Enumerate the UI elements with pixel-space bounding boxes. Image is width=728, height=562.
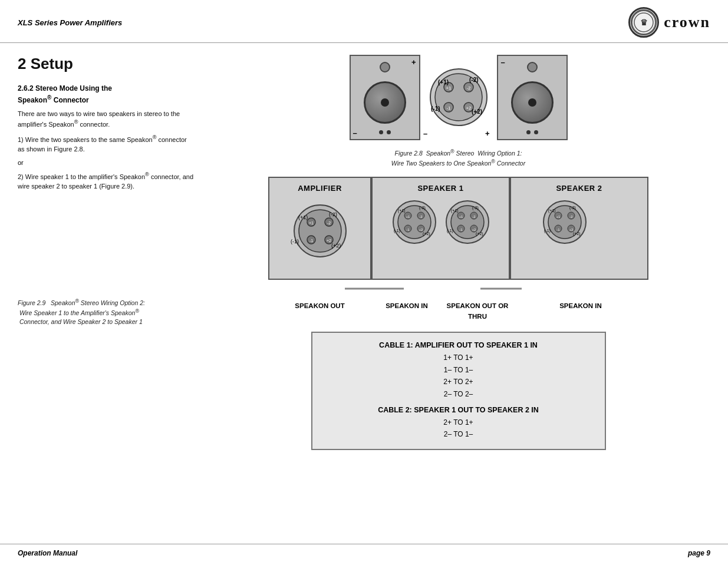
svg-text:–: – — [423, 129, 427, 138]
figure-2-9-caption: Figure 2.9 Speakon® Stereo Wiring Option… — [18, 297, 195, 326]
speakon-top-svg: +1 -2 -1 +2 (+1) (-2) — [420, 55, 497, 140]
speakon-in1-label: SPEAKON IN — [371, 300, 442, 321]
svg-text:+1: +1 — [309, 221, 314, 225]
svg-text:(+2): (+2) — [476, 232, 483, 236]
figure-2-8-diagram: + – +1 — [206, 55, 710, 167]
series-name-rest: Power Amplifiers — [58, 18, 122, 27]
svg-text:-2: -2 — [419, 215, 423, 219]
page-footer: Operation Manual page 9 — [0, 544, 728, 562]
speaker2-connectors: +1 -2 -1 +2 (+1) (-2) (-1) (+2) — [541, 199, 618, 246]
or-text: or — [18, 159, 195, 166]
speaker1-box: SPEAKER 1 +1 -2 -1 — [371, 177, 510, 280]
cable1-lines: 1+ TO 1+ 1– TO 1– 2+ TO 2+ 2– TO 2– — [330, 352, 587, 400]
speaker1-speakon-out-svg: +1 -2 -1 +2 (+1) (-2) (-1) (+2) — [444, 199, 491, 246]
cable2-lines: 2+ TO 1+ 2– TO 1– — [330, 416, 587, 441]
right-column: + – +1 — [206, 55, 710, 538]
speaker2-speakon-in-svg: +1 -2 -1 +2 (+1) (-2) (-1) (+2) — [541, 199, 588, 246]
speaker2-label: SPEAKER 2 — [556, 184, 602, 193]
speakon-out-label: SPEAKON OUT — [268, 300, 371, 321]
svg-text:(+2): (+2) — [472, 108, 482, 115]
speaker2-box: SPEAKER 2 +1 -2 -1 — [510, 177, 648, 280]
svg-text:(+2): (+2) — [423, 232, 430, 236]
svg-text:-1: -1 — [406, 228, 410, 232]
footer-left: Operation Manual — [18, 549, 77, 557]
svg-text:(-1): (-1) — [544, 229, 551, 233]
brand-name: crown — [664, 14, 710, 31]
amp-speakon-svg: +1 -2 -1 +2 (+1) (-2) (-1) (+2) — [282, 199, 358, 263]
speaker1-speakon-in-svg: +1 -2 -1 +2 (+1) (-2) (-1) (+2) — [391, 199, 438, 246]
svg-text:(+1): (+1) — [398, 209, 406, 213]
svg-text:+: + — [485, 129, 490, 138]
svg-text:+1: +1 — [556, 215, 561, 219]
figure-2-8-caption: Figure 2.8 Speakon® Stereo Wiring Option… — [391, 147, 525, 167]
svg-text:-2: -2 — [569, 215, 573, 219]
under-boxes-labels-row: SPEAKON OUT SPEAKON IN SPEAKON OUT OR TH… — [268, 300, 648, 321]
footer-right: page 9 — [688, 549, 710, 557]
svg-text:(-1): (-1) — [447, 229, 453, 233]
svg-text:-2: -2 — [472, 215, 476, 219]
speaker-right-top: – — [497, 55, 568, 140]
svg-text:(-2): (-2) — [419, 206, 426, 210]
body-text-2: 1) Wire the two speakers to the same Spe… — [18, 134, 195, 154]
svg-text:(+1): (+1) — [451, 209, 459, 213]
left-column: 2 Setup 2.6.2 Stereo Mode Using theSpeak… — [18, 55, 195, 538]
svg-text:+2: +2 — [327, 239, 331, 243]
svg-text:(+1): (+1) — [298, 214, 308, 220]
logo-area: ♛ crown — [628, 7, 710, 38]
crown-logo-icon: ♛ — [628, 7, 659, 38]
svg-text:♛: ♛ — [640, 18, 648, 27]
cable2-header: CABLE 2: SPEAKER 1 OUT TO SPEAKER 2 IN — [330, 406, 587, 414]
svg-text:(-1): (-1) — [291, 239, 299, 244]
series-name-italic: XLS Series — [18, 18, 58, 27]
subsection-title: 2.6.2 Stereo Mode Using theSpeakon® Conn… — [18, 84, 195, 105]
speakon-connector-top: +1 -2 -1 +2 (+1) (-2) — [420, 55, 497, 140]
svg-text:(+1): (+1) — [548, 209, 556, 213]
page-body: 2 Setup 2.6.2 Stereo Mode Using theSpeak… — [0, 43, 728, 550]
speakon-out-or-thru-label: SPEAKON OUT OR THRU — [442, 300, 513, 321]
svg-text:-1: -1 — [556, 228, 560, 232]
header-title: XLS Series Power Amplifiers — [18, 18, 122, 27]
svg-text:-1: -1 — [309, 239, 312, 243]
speaker1-label: SPEAKER 1 — [417, 184, 463, 193]
svg-text:-2: -2 — [466, 85, 471, 91]
boxes-row: AMPLIFIER +1 -2 -1 +2 (+1) ( — [268, 177, 648, 280]
page-header: XLS Series Power Amplifiers ♛ crown — [0, 0, 728, 43]
svg-text:+1: +1 — [459, 215, 463, 219]
svg-text:(-2): (-2) — [469, 77, 479, 83]
amplifier-box: AMPLIFIER +1 -2 -1 +2 (+1) ( — [268, 177, 371, 280]
cable-info-box: CABLE 1: AMPLIFIER OUT TO SPEAKER 1 IN 1… — [311, 332, 606, 449]
svg-point-1 — [634, 13, 653, 32]
speaker-left-top: + – — [350, 55, 420, 140]
cable1-header: CABLE 1: AMPLIFIER OUT TO SPEAKER 1 IN — [330, 341, 587, 349]
svg-text:+1: +1 — [446, 85, 452, 91]
svg-text:+2: +2 — [466, 105, 472, 111]
svg-text:(-2): (-2) — [472, 206, 479, 210]
amplifier-label: AMPLIFIER — [298, 184, 342, 193]
svg-text:-1: -1 — [446, 105, 451, 111]
svg-point-0 — [631, 10, 656, 35]
section-title: 2 Setup — [18, 55, 195, 73]
svg-text:(-1): (-1) — [394, 229, 400, 233]
svg-text:(-2): (-2) — [329, 211, 337, 217]
svg-text:(-1): (-1) — [431, 105, 440, 112]
svg-text:+1: +1 — [406, 215, 410, 219]
svg-text:-2: -2 — [327, 221, 330, 225]
speaker1-connectors: +1 -2 -1 +2 (+1) (-2) (-1) (+2) — [391, 199, 491, 246]
body-text-1: There are two ways to wire two speakers … — [18, 109, 195, 130]
figure-2-9-diagram: AMPLIFIER +1 -2 -1 +2 (+1) ( — [206, 177, 710, 449]
svg-text:-1: -1 — [459, 228, 463, 232]
svg-text:(-2): (-2) — [569, 206, 576, 210]
svg-text:(+2): (+2) — [573, 232, 581, 236]
svg-text:(+2): (+2) — [331, 243, 341, 249]
svg-text:(+1): (+1) — [438, 79, 449, 85]
body-text-3: 2) Wire speaker 1 to the amplifier's Spe… — [18, 171, 195, 191]
wiring-lines-svg — [268, 280, 648, 297]
speakon-in2-label: SPEAKON IN — [513, 300, 648, 321]
